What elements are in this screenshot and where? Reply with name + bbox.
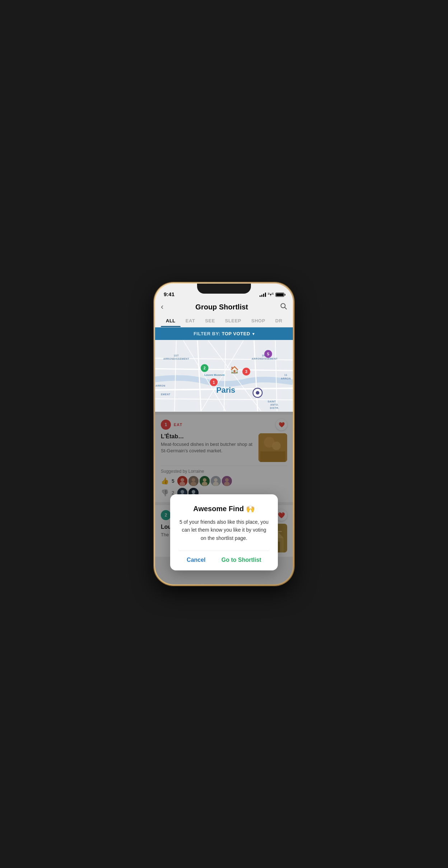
svg-text:ARRON: ARRON bbox=[281, 377, 291, 380]
svg-point-38 bbox=[256, 391, 260, 395]
tab-all[interactable]: ALL bbox=[161, 314, 181, 327]
svg-text:3: 3 bbox=[245, 369, 247, 374]
svg-text:Paris: Paris bbox=[216, 386, 235, 395]
modal-body: 5 of your friends also like this place, … bbox=[179, 518, 269, 542]
modal-actions: Cancel Go to Shortlist bbox=[179, 551, 269, 563]
battery-icon bbox=[275, 293, 284, 297]
status-icons bbox=[260, 292, 284, 297]
filter-bar[interactable]: FILTER BY: TOP VOTED ▾ bbox=[155, 327, 293, 340]
back-button[interactable]: ‹ bbox=[161, 302, 163, 312]
modal-dialog: Awesome Find 🙌 5 of your friends also li… bbox=[170, 494, 278, 570]
tab-dr[interactable]: DR bbox=[270, 314, 288, 327]
cancel-button[interactable]: Cancel bbox=[187, 557, 205, 563]
phone-inner: 9:41 bbox=[155, 284, 293, 584]
map-area[interactable]: 1ST ARRONDISSEMENT 3RD ARRONDISSEMENT EM… bbox=[155, 340, 293, 412]
svg-text:1ST: 1ST bbox=[174, 354, 179, 357]
svg-line-1 bbox=[285, 307, 286, 309]
status-time: 9:41 bbox=[164, 291, 174, 297]
svg-text:1: 1 bbox=[213, 380, 215, 384]
svg-text:ARRONDISSEMENT: ARRONDISSEMENT bbox=[163, 358, 190, 360]
phone-frame: 9:41 bbox=[154, 283, 294, 585]
modal-overlay: Awesome Find 🙌 5 of your friends also li… bbox=[155, 412, 293, 584]
svg-text:2: 2 bbox=[204, 366, 206, 370]
svg-text:🏠: 🏠 bbox=[230, 365, 239, 374]
svg-text:ANTO.: ANTO. bbox=[270, 403, 279, 406]
nav-bar: ‹ Group Shortlist bbox=[155, 299, 293, 314]
search-icon[interactable] bbox=[280, 303, 287, 312]
filter-value: TOP VOTED bbox=[222, 331, 250, 336]
wifi-icon bbox=[268, 292, 274, 297]
go-to-shortlist-button[interactable]: Go to Shortlist bbox=[221, 557, 261, 563]
filter-label: FILTER BY: bbox=[193, 331, 220, 336]
tab-bar: ALL EAT SEE SLEEP SHOP DR bbox=[155, 314, 293, 327]
svg-text:SAINT: SAINT bbox=[267, 400, 276, 403]
tab-see[interactable]: SEE bbox=[200, 314, 220, 327]
svg-text:Louvre Museum: Louvre Museum bbox=[204, 373, 225, 377]
signal-bars-icon bbox=[260, 293, 266, 297]
svg-text:ARRONDISSEMENT: ARRONDISSEMENT bbox=[252, 358, 278, 360]
modal-title: Awesome Find 🙌 bbox=[179, 504, 269, 513]
svg-text:11: 11 bbox=[284, 374, 288, 376]
tab-shop[interactable]: SHOP bbox=[246, 314, 270, 327]
tab-eat[interactable]: EAT bbox=[181, 314, 200, 327]
svg-text:5: 5 bbox=[267, 352, 269, 356]
notch bbox=[197, 284, 251, 294]
svg-text:EMENT: EMENT bbox=[161, 393, 171, 396]
svg-text:ARRON: ARRON bbox=[155, 384, 165, 387]
page-title: Group Shortlist bbox=[195, 303, 248, 311]
tab-sleep[interactable]: SLEEP bbox=[220, 314, 246, 327]
chevron-down-icon: ▾ bbox=[252, 331, 255, 336]
main-content: 1 EAT ❤️ L'Étab… Meat-focused dishes in … bbox=[155, 412, 293, 584]
svg-text:DISTR.: DISTR. bbox=[270, 407, 279, 409]
